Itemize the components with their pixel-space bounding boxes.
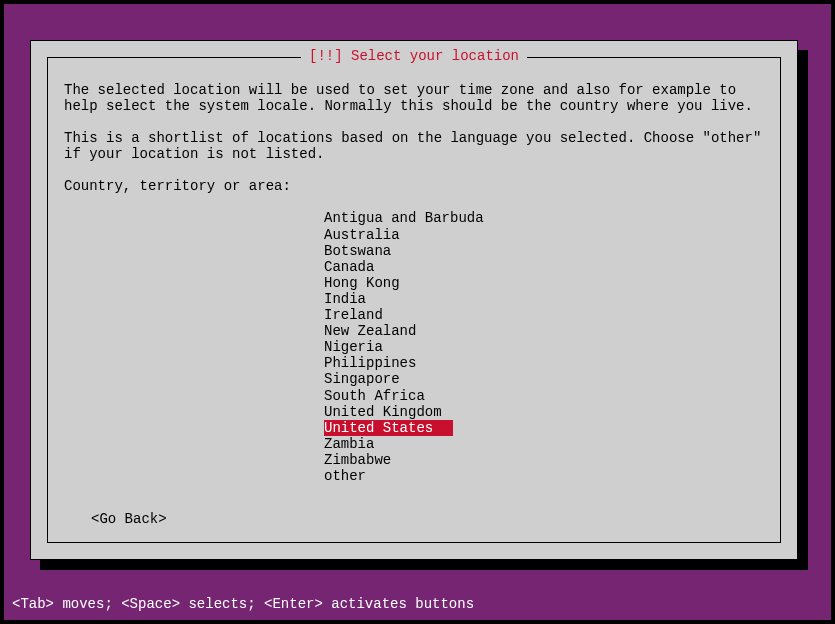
location-item[interactable]: Botswana [324, 243, 393, 259]
location-item[interactable]: Hong Kong [324, 275, 402, 291]
location-item[interactable]: Canada [324, 259, 376, 275]
go-back-button[interactable]: <Go Back> [91, 511, 167, 527]
help-text-2: This is a shortlist of locations based o… [64, 130, 764, 162]
location-item[interactable]: Zimbabwe [324, 452, 393, 468]
location-item[interactable]: Ireland [324, 307, 385, 323]
dialog-border: [!!] Select your location The selected l… [47, 57, 781, 543]
location-item[interactable]: Philippines [324, 355, 418, 371]
location-item[interactable]: India [324, 291, 368, 307]
location-item[interactable]: Singapore [324, 371, 402, 387]
dialog-content: The selected location will be used to se… [48, 58, 780, 500]
status-bar: <Tab> moves; <Space> selects; <Enter> ac… [12, 596, 474, 612]
location-item[interactable]: Antigua and Barbuda [324, 210, 486, 226]
location-item[interactable]: New Zealand [324, 323, 418, 339]
prompt-label: Country, territory or area: [64, 178, 764, 194]
dialog-title: [!!] Select your location [301, 48, 527, 64]
help-text-1: The selected location will be used to se… [64, 82, 764, 114]
location-item[interactable]: Australia [324, 227, 402, 243]
location-item[interactable]: Nigeria [324, 339, 385, 355]
location-dialog: [!!] Select your location The selected l… [30, 40, 798, 560]
location-item[interactable]: other [324, 468, 368, 484]
location-item[interactable]: United States [324, 420, 453, 436]
location-item[interactable]: Zambia [324, 436, 376, 452]
location-list: Antigua and BarbudaAustraliaBotswanaCana… [324, 210, 764, 484]
location-item[interactable]: United Kingdom [324, 404, 444, 420]
location-item[interactable]: South Africa [324, 388, 427, 404]
